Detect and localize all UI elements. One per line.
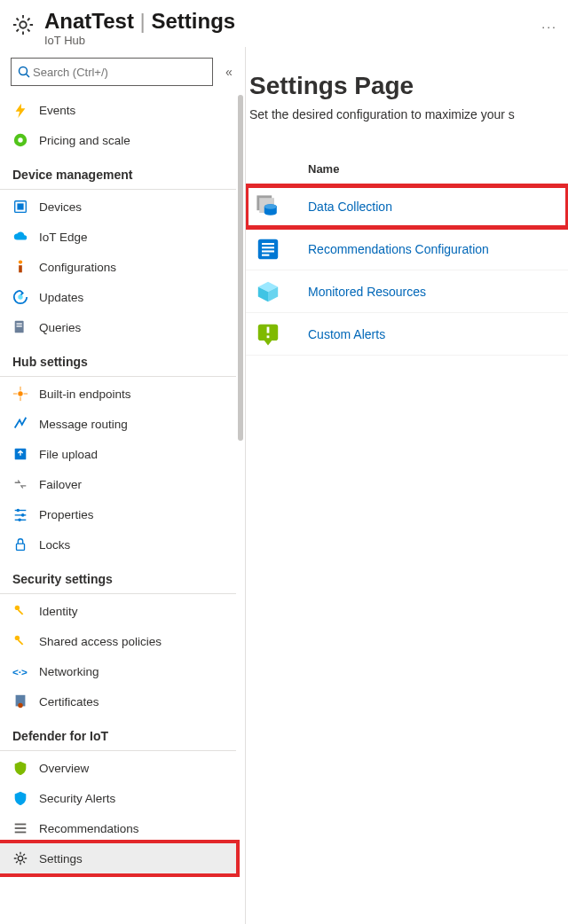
scrollbar[interactable] xyxy=(238,95,243,441)
svg-point-22 xyxy=(21,513,25,517)
sidebar-item-label: Built-in endpoints xyxy=(39,388,131,401)
main-description: Set the desired configuration to maximiz… xyxy=(246,107,568,157)
sidebar-item-devices[interactable]: Devices xyxy=(0,192,236,222)
list-icon xyxy=(12,820,28,836)
search-input[interactable] xyxy=(11,58,213,86)
cube-icon xyxy=(255,278,281,305)
svg-line-2 xyxy=(27,74,30,78)
sidebar-item-label: Settings xyxy=(39,852,83,865)
svg-rect-29 xyxy=(18,639,23,645)
sidebar-item-recommendations[interactable]: Recommendations xyxy=(0,813,236,843)
key-icon xyxy=(12,603,28,619)
more-button[interactable]: ··· xyxy=(541,20,557,34)
upload-icon xyxy=(12,446,28,462)
svg-point-0 xyxy=(20,21,26,27)
sidebar-item-overview[interactable]: Overview xyxy=(0,753,236,783)
svg-point-1 xyxy=(20,67,28,75)
cert-icon xyxy=(12,693,28,709)
sidebar-item-label: Security Alerts xyxy=(39,792,115,805)
db-icon xyxy=(255,193,281,220)
svg-rect-48 xyxy=(267,335,270,338)
sidebar-item-label: Devices xyxy=(39,200,82,214)
sidebar-item-settings[interactable]: Settings xyxy=(0,843,236,873)
sidebar-item-label: Shared access policies xyxy=(39,635,162,648)
svg-rect-6 xyxy=(17,203,23,209)
row-label: Custom Alerts xyxy=(308,327,385,341)
sidebar-item-label: Pricing and scale xyxy=(39,134,130,147)
settings-row-data-collection[interactable]: Data Collection xyxy=(246,185,568,228)
sidebar-item-pricing-and-scale[interactable]: Pricing and scale xyxy=(0,125,236,155)
lock-icon xyxy=(12,536,28,552)
sidebar-item-configurations[interactable]: Configurations xyxy=(0,252,236,282)
resource-name: AnatTest xyxy=(44,9,134,33)
properties-icon xyxy=(12,506,28,522)
checklist-icon xyxy=(255,236,281,262)
sidebar-scroll: EventsPricing and scaleDevice management… xyxy=(0,95,245,924)
svg-rect-27 xyxy=(18,609,23,615)
settings-row-custom-alerts[interactable]: Custom Alerts xyxy=(246,313,568,356)
sidebar-item-security-alerts[interactable]: Security Alerts xyxy=(0,783,236,813)
shield-icon xyxy=(12,760,28,776)
sidebar-item-updates[interactable]: Updates xyxy=(0,282,236,312)
svg-point-4 xyxy=(18,137,22,142)
sidebar-item-label: Identity xyxy=(39,605,78,618)
svg-point-20 xyxy=(17,509,20,513)
sidebar-item-label: File upload xyxy=(39,448,98,461)
resource-type: IoT Hub xyxy=(44,34,235,47)
page-name: Settings xyxy=(151,9,235,33)
page-title-line: AnatTest | Settings xyxy=(44,9,235,34)
svg-rect-47 xyxy=(267,326,270,333)
row-label: Data Collection xyxy=(308,200,392,214)
svg-point-40 xyxy=(264,204,277,209)
sidebar-item-label: Message routing xyxy=(39,418,128,431)
sidebar-item-identity[interactable]: Identity xyxy=(0,596,236,626)
sidebar-item-certificates[interactable]: Certificates xyxy=(0,686,236,716)
svg-point-36 xyxy=(18,856,22,860)
settings-row-recommendations-configuration[interactable]: Recommendations Configuration xyxy=(246,228,568,270)
svg-point-28 xyxy=(15,636,20,640)
sidebar-item-label: Queries xyxy=(39,321,81,334)
header-text: AnatTest | Settings IoT Hub xyxy=(44,9,235,47)
main-pane: Settings Page Set the desired configurat… xyxy=(246,47,568,924)
alert-icon xyxy=(255,321,281,348)
sidebar-item-label: Recommendations xyxy=(39,822,139,835)
sidebar-item-failover[interactable]: Failover xyxy=(0,469,236,499)
bolt-icon xyxy=(12,102,28,118)
collapse-sidebar-button[interactable]: « xyxy=(220,63,238,81)
update-icon xyxy=(12,289,28,305)
failover-icon xyxy=(12,476,28,492)
sidebar-group-title: Device management xyxy=(0,155,236,190)
config-icon xyxy=(12,259,28,275)
sidebar-item-networking[interactable]: <·>Networking xyxy=(0,656,236,686)
settings-row-monitored-resources[interactable]: Monitored Resources xyxy=(246,270,568,313)
network-icon: <·> xyxy=(12,663,28,679)
sidebar-item-label: Configurations xyxy=(39,261,116,274)
main-title: Settings Page xyxy=(246,72,568,107)
shield-alert-icon xyxy=(12,790,28,806)
svg-rect-11 xyxy=(17,324,22,325)
sidebar-item-iot-edge[interactable]: IoT Edge xyxy=(0,222,236,252)
search-field[interactable] xyxy=(31,65,207,80)
page-header: AnatTest | Settings IoT Hub ··· xyxy=(0,0,568,47)
sidebar-item-events[interactable]: Events xyxy=(0,95,236,125)
svg-point-24 xyxy=(18,519,21,522)
svg-point-26 xyxy=(15,606,20,610)
sidebar-group-title: Security settings xyxy=(0,560,236,594)
search-icon xyxy=(17,65,31,79)
sidebar-item-properties[interactable]: Properties xyxy=(0,499,236,529)
svg-rect-25 xyxy=(17,544,25,550)
sidebar-item-label: Failover xyxy=(39,478,82,491)
svg-rect-43 xyxy=(262,247,274,248)
gear-icon xyxy=(11,12,36,37)
row-label: Recommendations Configuration xyxy=(308,242,489,256)
sidebar-item-shared-access-policies[interactable]: Shared access policies xyxy=(0,626,236,656)
svg-text:<·>: <·> xyxy=(12,666,28,677)
svg-point-9 xyxy=(18,294,22,299)
sidebar-item-file-upload[interactable]: File upload xyxy=(0,439,236,469)
svg-rect-12 xyxy=(17,325,22,326)
sidebar-item-queries[interactable]: Queries xyxy=(0,312,236,342)
sidebar-item-locks[interactable]: Locks xyxy=(0,529,236,560)
sidebar-item-built-in-endpoints[interactable]: Built-in endpoints xyxy=(0,379,236,409)
sidebar-item-message-routing[interactable]: Message routing xyxy=(0,409,236,439)
svg-rect-8 xyxy=(19,265,22,272)
